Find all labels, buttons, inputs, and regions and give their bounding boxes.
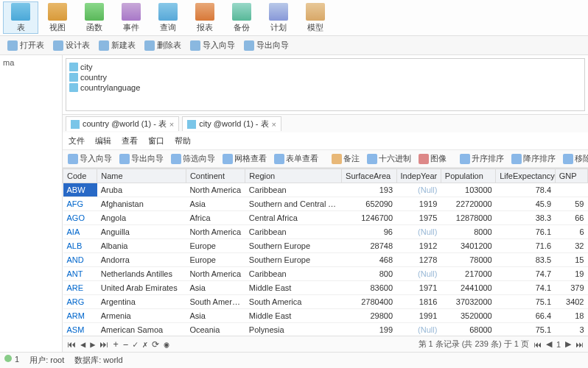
table-list-item[interactable]: country [69, 72, 581, 82]
close-tab-icon[interactable]: × [169, 120, 174, 129]
table-cell[interactable]: 68000 [441, 323, 495, 336]
table-cell[interactable]: (Null) [396, 267, 441, 281]
table-cell[interactable]: Netherlands Antilles [97, 267, 186, 281]
pager-next-button[interactable]: ▶ [565, 339, 571, 349]
column-header[interactable]: Continent [186, 169, 245, 183]
nav-last-button[interactable]: ⏭ [99, 339, 108, 350]
data-grid-wrapper[interactable]: CodeNameContinentRegionSurfaceAreaIndepY… [63, 168, 588, 336]
table-cell[interactable]: Europe [186, 253, 245, 267]
table-cell[interactable]: Southern Europe [245, 239, 342, 253]
table-cell[interactable]: 379 [555, 281, 587, 295]
table-row[interactable]: AFGAfghanistanAsiaSouthern and Central A… [63, 197, 588, 211]
table-cell[interactable]: 12878000 [441, 211, 495, 225]
table-cell[interactable]: 75.1 [496, 295, 555, 309]
table-cell[interactable]: (Null) [396, 183, 441, 197]
table-cell[interactable]: 3 [555, 323, 587, 336]
table-cell[interactable]: South America [245, 295, 342, 309]
table-cell[interactable]: 66 [555, 211, 587, 225]
table-cell[interactable]: Anguilla [97, 225, 186, 239]
table-cell[interactable]: Middle East [245, 281, 342, 295]
toolbar-button[interactable]: 打开表 [4, 38, 47, 52]
close-tab-icon[interactable]: × [272, 120, 276, 129]
table-cell[interactable]: Asia [186, 309, 245, 323]
menu-item[interactable]: 编辑 [95, 135, 111, 146]
column-header[interactable]: SurfaceArea [342, 169, 396, 183]
table-cell[interactable]: 59 [555, 197, 587, 211]
table-cell[interactable]: (Null) [396, 323, 441, 336]
table-cell[interactable]: Caribbean [245, 183, 342, 197]
table-cell[interactable]: 96 [342, 225, 396, 239]
inner-toolbar-button[interactable]: 网格查看 [220, 152, 269, 165]
table-list-item[interactable]: countrylanguage [69, 82, 581, 93]
ribbon-table-button[interactable]: 表 [3, 1, 38, 34]
table-cell[interactable]: Asia [186, 197, 245, 211]
table-cell[interactable]: 66.4 [496, 309, 555, 323]
ribbon-model-button[interactable]: 模型 [298, 1, 333, 34]
table-cell[interactable]: Central Africa [245, 211, 342, 225]
editor-tab[interactable]: country @world (1) - 表× [66, 116, 179, 131]
inner-toolbar-button[interactable]: 筛选向导 [169, 152, 217, 165]
table-cell[interactable]: 2780400 [342, 295, 396, 309]
table-cell[interactable]: Oceania [186, 323, 245, 336]
table-cell[interactable]: ARE [63, 281, 97, 295]
table-cell[interactable]: 3520000 [441, 309, 495, 323]
toolbar-button[interactable]: 设计表 [50, 38, 93, 52]
table-cell[interactable]: 800 [342, 267, 396, 281]
inner-toolbar-button[interactable]: 移除排序 [561, 152, 588, 165]
table-cell[interactable]: 75.1 [496, 323, 555, 336]
column-header[interactable]: GNP [555, 169, 587, 183]
table-cell[interactable]: 45.9 [496, 197, 555, 211]
table-cell[interactable]: ARM [63, 309, 97, 323]
table-cell[interactable]: 15 [555, 253, 587, 267]
table-row[interactable]: AREUnited Arab EmiratesAsiaMiddle East83… [63, 281, 588, 295]
table-cell[interactable]: 6 [555, 225, 587, 239]
table-cell[interactable]: 74.7 [496, 267, 555, 281]
table-cell[interactable]: 217000 [441, 267, 495, 281]
editor-tab[interactable]: city @world (1) - 表× [182, 116, 281, 131]
inner-toolbar-button[interactable]: 导入向导 [66, 152, 114, 165]
column-header[interactable]: IndepYear [396, 169, 441, 183]
nav-next-button[interactable]: ▶ [90, 339, 95, 350]
table-row[interactable]: ASMAmerican SamoaOceaniaPolynesia199(Nul… [63, 323, 588, 336]
table-cell[interactable]: AFG [63, 197, 97, 211]
inner-toolbar-button[interactable]: 图像 [416, 152, 449, 165]
table-cell[interactable]: 1246700 [342, 211, 396, 225]
menu-item[interactable]: 查看 [122, 135, 138, 146]
table-cell[interactable]: 32 [555, 239, 587, 253]
ribbon-view-button[interactable]: 视图 [40, 1, 75, 34]
table-cell[interactable]: AIA [63, 225, 97, 239]
inner-toolbar-button[interactable]: 表单查看 [272, 152, 321, 165]
table-cell[interactable]: 71.6 [496, 239, 555, 253]
table-cell[interactable]: AGO [63, 211, 97, 225]
table-cell[interactable]: South America [186, 295, 245, 309]
table-cell[interactable]: Southern and Central Asi [245, 197, 342, 211]
table-cell[interactable]: 1816 [396, 295, 441, 309]
table-cell[interactable]: United Arab Emirates [97, 281, 186, 295]
table-cell[interactable]: 652090 [342, 197, 396, 211]
table-cell[interactable] [555, 183, 587, 197]
table-cell[interactable]: 1991 [396, 309, 441, 323]
table-cell[interactable]: ARG [63, 295, 97, 309]
table-cell[interactable]: Middle East [245, 309, 342, 323]
table-cell[interactable]: North America [186, 267, 245, 281]
ribbon-sched-button[interactable]: 计划 [261, 1, 296, 34]
table-cell[interactable]: ABW [63, 183, 97, 197]
table-cell[interactable]: 19 [555, 267, 587, 281]
table-cell[interactable]: ALB [63, 239, 97, 253]
table-cell[interactable]: 37032000 [441, 295, 495, 309]
table-cell[interactable]: Europe [186, 239, 245, 253]
table-cell[interactable]: Armenia [97, 309, 186, 323]
ribbon-query-button[interactable]: 查询 [150, 1, 186, 34]
nav-first-button[interactable]: ⏮ [67, 339, 76, 350]
table-cell[interactable]: ANT [63, 267, 97, 281]
ribbon-func-button[interactable]: 函数 [77, 1, 112, 34]
table-cell[interactable]: Afghanistan [97, 197, 186, 211]
inner-toolbar-button[interactable]: 十六进制 [365, 152, 413, 165]
table-cell[interactable]: Caribbean [245, 267, 342, 281]
table-cell[interactable]: 8000 [441, 225, 495, 239]
inner-toolbar-button[interactable]: 降序排序 [509, 152, 558, 165]
table-cell[interactable]: Argentina [97, 295, 186, 309]
table-cell[interactable]: Polynesia [245, 323, 342, 336]
table-cell[interactable]: (Null) [396, 225, 441, 239]
nav-ok-button[interactable]: ✓ [133, 339, 138, 350]
